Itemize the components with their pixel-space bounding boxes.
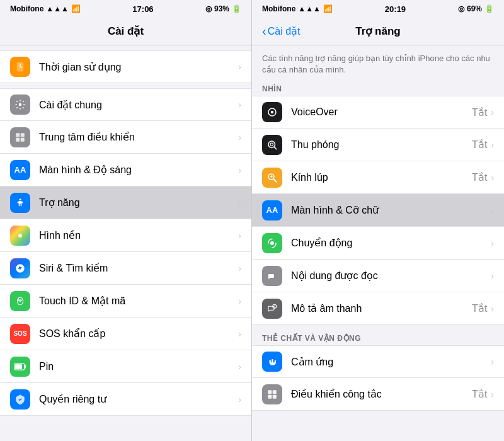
right-nav-title: Trợ năng [355,25,400,38]
left-battery-icon: 🔋 [232,4,241,13]
control-center-chevron: › [238,132,241,142]
back-chevron-icon: ‹ [262,24,266,38]
settings-item-siri[interactable]: Siri & Tìm kiếm › [0,252,251,285]
right-content: Các tính năng trợ năng giúp bạn tùy chỉn… [252,45,504,441]
settings-item-display[interactable]: AA Màn hình & Độ sáng › [0,154,251,186]
touchid-label: Touch ID & Mật mã [39,295,238,307]
sos-icon: SOS [10,324,30,344]
left-time: 17:06 [132,4,153,14]
svg-rect-5 [21,137,25,141]
svg-point-16 [270,143,273,146]
settings-item-battery[interactable]: Pin › [0,350,251,383]
screen-time-chevron: › [238,62,241,72]
display-text-chevron: › [491,205,494,215]
audio-desc-label: Mô tả âm thanh [291,302,472,314]
svg-line-19 [273,179,277,182]
accessibility-label: Trợ năng [39,197,238,209]
acc-spoken[interactable]: Nội dung được đọc › [252,260,504,292]
magnifier-icon [262,168,282,188]
settings-item-sos[interactable]: SOS SOS khẩn cấp › [0,318,251,350]
display-chevron: › [238,165,241,175]
wallpaper-chevron: › [238,231,241,241]
accessibility-chevron: › [238,198,241,208]
siri-icon [10,258,30,278]
spoken-icon [262,266,282,286]
audio-desc-chevron: › [491,304,494,314]
privacy-label: Quyền riêng tư [39,393,238,405]
acc-voiceover[interactable]: VoiceOver Tắt › [252,96,504,129]
screen-time-label: Thời gian sử dụng [39,61,238,73]
left-status-bar: Mobifone ▲▲▲ 📶 17:06 ◎ 93% 🔋 [0,0,251,18]
back-button[interactable]: ‹ Cài đặt [262,24,300,38]
left-phone: Mobifone ▲▲▲ 📶 17:06 ◎ 93% 🔋 Cài đặt Thờ… [0,0,252,441]
section-gap-1 [252,325,504,330]
acc-audio-desc[interactable]: Mô tả âm thanh Tắt › [252,292,504,325]
screen-time-icon [10,57,30,77]
sos-label: SOS khẩn cấp [39,328,238,340]
accessibility-description: Các tính năng trợ năng giúp bạn tùy chỉn… [252,45,504,81]
right-status-right: ◎ 69% 🔋 [458,4,494,13]
svg-point-6 [20,198,21,200]
acc-touch[interactable]: Cảm ứng › [252,345,504,378]
svg-rect-2 [16,133,20,137]
display-label: Màn hình & Độ sáng [39,164,238,176]
voiceover-icon [262,102,282,122]
settings-item-wallpaper[interactable]: Hình nền › [0,219,251,252]
svg-point-7 [18,234,22,238]
settings-item-control-center[interactable]: Trung tâm điều khiển › [0,121,251,154]
left-carrier: Mobifone [10,4,43,13]
magnifier-label: Kính lúp [291,172,472,183]
acc-motion[interactable]: Chuyển động › [252,227,504,260]
right-wifi-icon: 📶 [323,4,333,13]
svg-rect-27 [273,395,277,399]
display-text-icon: AA [262,200,282,220]
svg-point-1 [19,103,22,106]
voiceover-label: VoiceOver [291,106,472,118]
right-time: 20:19 [385,4,406,14]
sos-chevron: › [238,329,241,339]
acc-switch-control[interactable]: Điều khiển công tắc Tắt › [252,378,504,411]
voiceover-value: Tắt [472,106,487,118]
settings-item-accessibility[interactable]: Trợ năng › [0,186,251,219]
right-location-icon: ◎ [458,4,464,13]
siri-label: Siri & Tìm kiếm [39,262,238,274]
zoom-value: Tắt [472,139,487,151]
zoom-label: Thu phóng [291,139,472,151]
left-signal-icon: ▲▲▲ [46,4,69,13]
siri-chevron: › [238,263,241,273]
acc-magnifier[interactable]: Kính lúp Tắt › [252,161,504,194]
right-phone: Mobifone ▲▲▲ 📶 20:19 ◎ 69% 🔋 ‹ Cài đặt T… [252,0,504,441]
left-battery: 93% [214,4,229,13]
acc-display-text[interactable]: AA Màn hình & Cỡ chữ › [252,194,504,227]
magnifier-value: Tắt [472,171,487,183]
settings-item-privacy[interactable]: Quyền riêng tư › [0,383,251,416]
svg-point-14 [271,111,274,114]
battery-chevron: › [238,362,241,372]
accessibility-icon [10,193,30,213]
right-status-bar: Mobifone ▲▲▲ 📶 20:19 ◎ 69% 🔋 [252,0,504,18]
general-label: Cài đặt chung [39,99,238,111]
back-label: Cài đặt [268,25,301,37]
left-nav-bar: Cài đặt [0,18,251,45]
svg-rect-24 [268,390,272,394]
svg-line-17 [274,147,276,149]
settings-item-general[interactable]: Cài đặt chung › [0,88,251,121]
the-chat-list: Cảm ứng › Điều khiển công tắc Tắt › [252,345,504,411]
right-battery-icon: 🔋 [484,4,494,13]
acc-zoom[interactable]: Thu phóng Tắt › [252,129,504,161]
display-icon: AA [10,160,30,180]
zoom-chevron: › [491,140,494,150]
settings-item-touchid[interactable]: Touch ID & Mật mã › [0,285,251,318]
privacy-icon [10,389,30,410]
privacy-chevron: › [238,394,241,404]
touchid-icon [10,291,30,311]
control-center-icon [10,127,30,147]
section-nhin: NHÌN [252,81,504,96]
audio-desc-icon [262,299,282,319]
svg-rect-3 [21,133,25,137]
svg-rect-12 [15,364,22,369]
svg-rect-4 [16,137,20,141]
settings-item-screen-time[interactable]: Thời gian sử dụng › [0,50,251,83]
general-icon [10,94,30,115]
nhin-list: VoiceOver Tắt › Thu phóng Tắt › Kính lúp… [252,96,504,325]
